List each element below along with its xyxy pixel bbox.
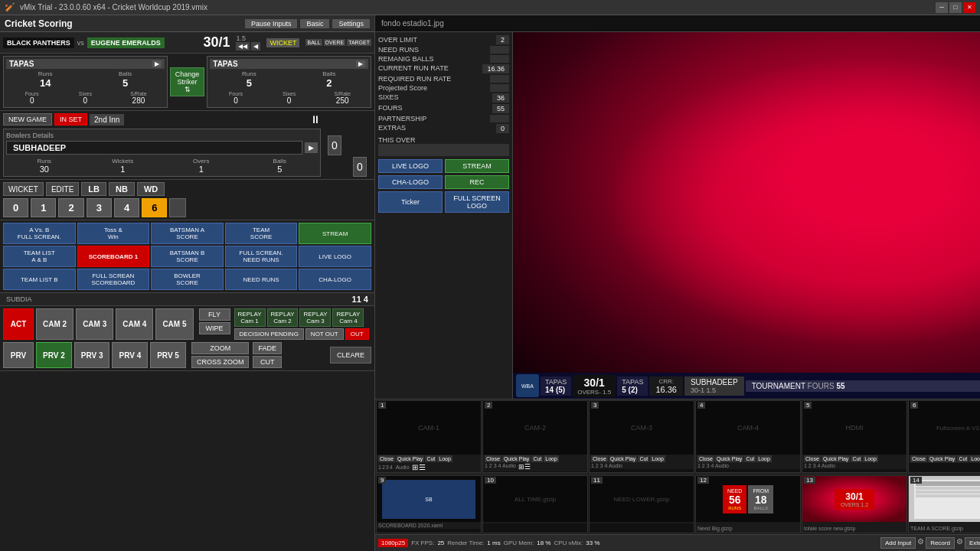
decision-btn[interactable]: DECISION PENDING [234, 328, 304, 340]
clip-3-close[interactable]: Close [591, 455, 608, 462]
clip-3-loop[interactable]: Loop [650, 455, 665, 462]
clip-3-quick[interactable]: Quick Play [609, 455, 637, 462]
cross-zoom-btn[interactable]: CROSS ZOOM [191, 356, 250, 368]
clip-6-cut[interactable]: Cut [957, 455, 969, 462]
bowler-score-btn[interactable]: BOWLERSCORE [151, 269, 224, 290]
replay-cam1-btn[interactable]: REPLAYCam 1 [234, 308, 266, 327]
pause-inputs-btn[interactable]: Pause Inputs [245, 19, 298, 28]
replay-cam2-btn[interactable]: REPLAYCam 2 [267, 308, 299, 327]
settings-btn[interactable]: Settings [332, 19, 370, 28]
prv3-btn[interactable]: PRV 3 [74, 342, 110, 368]
batsman-b-btn[interactable]: BATSMAN BSCORE [151, 246, 224, 267]
prv-btn[interactable]: PRV [3, 342, 34, 368]
team-list-b-btn[interactable]: TEAM LIST B [3, 269, 76, 290]
score-3-btn[interactable]: 3 [87, 198, 112, 217]
settings-gear[interactable]: ⚙ [917, 537, 924, 549]
clip-2-quick[interactable]: Quick Play [502, 455, 531, 462]
avs-btn[interactable]: A Vs. BFULL SCREAN. [3, 223, 76, 244]
target-nav[interactable]: TARGET [347, 39, 371, 46]
add-input-btn[interactable]: Add Input [880, 537, 916, 549]
stream-main-btn[interactable]: STREAM [445, 159, 509, 173]
nav-back-btn[interactable]: ◀◀ [236, 42, 250, 51]
panel-b-expand[interactable]: ▶ [356, 60, 365, 67]
clip-4-loop[interactable]: Loop [756, 455, 772, 462]
not-out-btn[interactable]: NOT OUT [305, 328, 344, 340]
win-close[interactable]: ✕ [963, 2, 975, 13]
fly-btn[interactable]: FLY [199, 308, 230, 321]
clip-4-cut[interactable]: Cut [744, 455, 756, 462]
clip-6-close[interactable]: Close [910, 455, 927, 462]
cha-logo-btn[interactable]: CHA-LOGO [299, 269, 371, 290]
live-logo-stream-btn[interactable]: LIVE LOGO [378, 159, 443, 173]
clip-5-cut[interactable]: Cut [851, 455, 862, 462]
nb-btn[interactable]: NB [109, 182, 135, 196]
need-runs-btn[interactable]: NEED RUNS [225, 269, 298, 290]
rec-btn[interactable]: REC [445, 175, 509, 189]
team-score-btn[interactable]: TEAMSCORE [225, 223, 298, 244]
replay-cam4-btn[interactable]: REPLAYCam 4 [332, 308, 364, 327]
clip-2-close[interactable]: Close [485, 455, 501, 462]
change-striker-btn[interactable]: ChangeStriker⇅ [170, 67, 205, 96]
prv2-btn[interactable]: PRV 2 [36, 342, 72, 368]
score-2-btn[interactable]: 2 [58, 198, 83, 217]
new-game-btn[interactable]: NEW GAME [3, 113, 52, 126]
cam5-btn[interactable]: CAM 5 [155, 308, 193, 340]
clip-1-close[interactable]: Close [378, 455, 395, 462]
lb-btn[interactable]: LB [81, 182, 106, 196]
clip-4-close[interactable]: Close [697, 455, 714, 462]
ball-nav[interactable]: BALL [305, 39, 322, 46]
full-need-runs-btn[interactable]: FULL SCREAN.NEED RUNS [225, 246, 298, 267]
wicket-btn[interactable]: WICKET [3, 182, 44, 196]
replay-cam3-btn[interactable]: REPLAYCam 3 [299, 308, 331, 327]
basic-btn[interactable]: Basic [300, 19, 329, 28]
zoom-btn[interactable]: ZOOM [191, 342, 250, 354]
cam2-btn[interactable]: CAM 2 [36, 308, 74, 340]
clip-3-cut[interactable]: Cut [638, 455, 649, 462]
panel-a-expand[interactable]: ▶ [152, 60, 162, 67]
cha-logo-stream-btn[interactable]: CHA-LOGO [378, 175, 443, 189]
over-nav[interactable]: OVERE [324, 39, 346, 46]
cleare-btn[interactable]: CLEARE [330, 347, 371, 364]
clip-6-quick[interactable]: Quick Play [928, 455, 956, 462]
clip-2-loop[interactable]: Loop [544, 455, 559, 462]
score-0-btn[interactable]: 0 [3, 198, 28, 217]
clip-6-loop[interactable]: Loop [969, 455, 980, 462]
stream-btn-gfx[interactable]: STREAM [299, 223, 371, 244]
cam4-btn[interactable]: CAM 4 [116, 308, 153, 340]
clip-1-loop[interactable]: Loop [437, 455, 452, 462]
record-btn[interactable]: Record [926, 537, 955, 549]
ticker-btn[interactable]: Ticker [378, 191, 443, 213]
fade-btn[interactable]: FADE [253, 342, 282, 354]
out-btn[interactable]: OUT [345, 328, 369, 340]
edite-btn[interactable]: EDITE [46, 182, 79, 196]
cut-btn[interactable]: CUT [253, 356, 282, 368]
toss-win-btn[interactable]: Toss &Win [77, 223, 150, 244]
wipe-btn[interactable]: WIPE [199, 322, 230, 334]
scoreboard1-btn[interactable]: SCOREBOARD 1 [77, 246, 150, 267]
clip-5-close[interactable]: Close [804, 455, 821, 462]
team-list-ab-btn[interactable]: TEAM LISTA & B [3, 246, 76, 267]
external-btn[interactable]: External [965, 537, 980, 549]
clip-5-quick[interactable]: Quick Play [822, 455, 850, 462]
clip-1-quick[interactable]: Quick Play [396, 455, 424, 462]
record-gear[interactable]: ⚙ [956, 537, 963, 549]
cam3-btn[interactable]: CAM 3 [76, 308, 113, 340]
score-6-btn[interactable]: 6 [142, 198, 167, 217]
prv4-btn[interactable]: PRV 4 [112, 342, 148, 368]
clip-2-cut[interactable]: Cut [531, 455, 543, 462]
score-1-btn[interactable]: 1 [31, 198, 56, 217]
win-maximize[interactable]: □ [949, 2, 962, 13]
wd-btn[interactable]: WD [137, 182, 165, 196]
score-4-btn[interactable]: 4 [114, 198, 139, 217]
clip-4-quick[interactable]: Quick Play [715, 455, 743, 462]
live-logo-btn[interactable]: LIVE LOGO [299, 246, 371, 267]
clip-5-loop[interactable]: Loop [863, 455, 878, 462]
batsman-a-btn[interactable]: BATSMAN ASCORE [151, 223, 224, 244]
bowler-expand-btn[interactable]: ▶ [305, 142, 318, 153]
full-screen-sb-btn[interactable]: FULL SCREANSCOREBOARD [77, 269, 150, 290]
in-set-btn[interactable]: IN SET [54, 113, 87, 126]
act-btn[interactable]: ACT [3, 308, 34, 340]
win-minimize[interactable]: ─ [936, 2, 948, 13]
full-logo-btn[interactable]: FULL SCREEN LOGO [445, 191, 509, 213]
clip-1-cut[interactable]: Cut [425, 455, 436, 462]
